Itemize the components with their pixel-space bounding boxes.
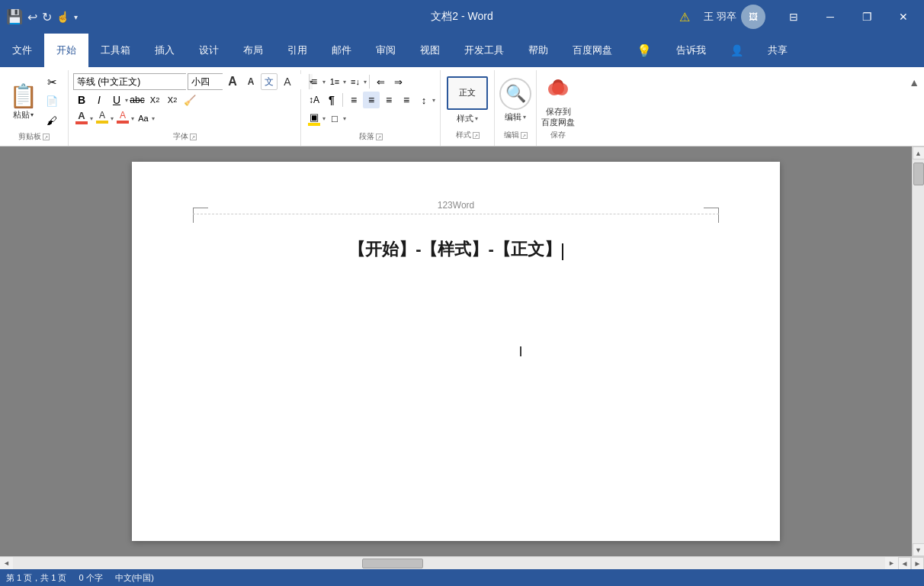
- case-button[interactable]: Aa: [135, 110, 152, 127]
- show-marks-button[interactable]: ¶: [323, 92, 340, 108]
- format-painter-button[interactable]: 🖌: [42, 112, 62, 129]
- menu-design[interactable]: 设计: [187, 34, 231, 67]
- user-avatar[interactable]: 🖼: [741, 5, 765, 29]
- wen-button[interactable]: 文: [261, 73, 278, 90]
- underline-arrow[interactable]: ▾: [125, 97, 128, 104]
- font-color-arrow[interactable]: ▾: [90, 115, 93, 122]
- increase-indent-button[interactable]: ⇒: [390, 73, 406, 90]
- font-expand-icon[interactable]: ↗: [190, 134, 197, 140]
- scroll-right-button[interactable]: ►: [885, 557, 898, 570]
- save-baidu-button[interactable]: 保存到 百度网盘: [541, 72, 575, 128]
- collapse-icon[interactable]: ▲: [904, 73, 924, 92]
- customize-arrow-icon[interactable]: ▾: [74, 13, 78, 21]
- menu-home[interactable]: 开始: [44, 34, 88, 67]
- shading-button[interactable]: ▣: [306, 111, 322, 126]
- editing-expand-icon[interactable]: ↗: [521, 132, 528, 139]
- menu-developer[interactable]: 开发工具: [452, 34, 516, 67]
- font-size-combo[interactable]: ▾: [188, 73, 223, 90]
- scroll-track[interactable]: [913, 159, 925, 543]
- font-name-combo[interactable]: ▾: [73, 73, 186, 90]
- document-page[interactable]: 123Word 【开始】-【样式】-【正文】 I: [132, 162, 780, 541]
- document-scroll-area[interactable]: 123Word 【开始】-【样式】-【正文】 I: [0, 146, 912, 556]
- scroll-thumb[interactable]: [913, 163, 924, 185]
- menu-file[interactable]: 文件: [0, 34, 44, 67]
- menu-tools[interactable]: 工具箱: [88, 34, 143, 67]
- menu-mailing[interactable]: 邮件: [319, 34, 364, 67]
- user-area[interactable]: 王 羽卒 🖼: [695, 5, 775, 29]
- editing-arrow[interactable]: ▾: [523, 114, 526, 121]
- numbering-button[interactable]: 1≡: [326, 73, 343, 90]
- font-shrink-button[interactable]: A: [242, 73, 259, 90]
- menu-review[interactable]: 审阅: [364, 34, 408, 67]
- styles-expand-icon[interactable]: ↗: [473, 132, 480, 139]
- highlight-button[interactable]: A: [94, 110, 111, 127]
- font-name-input[interactable]: [74, 74, 194, 89]
- sort-button[interactable]: ↕A: [306, 92, 322, 108]
- paragraph-expand-icon[interactable]: ↗: [376, 134, 383, 140]
- h-scroll-thumb[interactable]: [362, 559, 423, 568]
- scroll-up-button[interactable]: ▲: [913, 146, 925, 159]
- justify-button[interactable]: ≡: [398, 92, 415, 108]
- styles-arrow[interactable]: ▾: [475, 115, 478, 122]
- menu-layout[interactable]: 布局: [231, 34, 275, 67]
- underline-button[interactable]: U: [108, 92, 125, 108]
- touch-icon[interactable]: ☝: [56, 11, 69, 23]
- clipboard-expand-icon[interactable]: ↗: [43, 134, 50, 140]
- paste-button[interactable]: 📋 粘贴▾: [6, 73, 40, 130]
- menu-view[interactable]: 视图: [408, 34, 452, 67]
- underline-combo[interactable]: U ▾: [108, 92, 128, 108]
- scroll-left-button[interactable]: ◄: [0, 557, 13, 570]
- save-quick-icon[interactable]: 💾: [6, 8, 23, 25]
- menu-share[interactable]: 共享: [756, 34, 800, 67]
- menu-lightbulb[interactable]: 💡: [624, 34, 664, 67]
- case-arrow[interactable]: ▾: [152, 115, 155, 122]
- numbering-arrow[interactable]: ▾: [343, 79, 346, 85]
- close-button[interactable]: ✕: [886, 0, 921, 34]
- styles-preview[interactable]: 正文: [447, 76, 488, 110]
- line-spacing-arrow[interactable]: ▾: [432, 97, 435, 104]
- menu-tell-me[interactable]: 告诉我: [664, 34, 718, 67]
- highlight-arrow[interactable]: ▾: [111, 115, 114, 122]
- status-right-btn[interactable]: ►: [911, 557, 924, 570]
- eraser-button[interactable]: 🧹: [181, 92, 198, 108]
- clear-format-button[interactable]: A: [279, 73, 296, 90]
- menu-help[interactable]: 帮助: [516, 34, 560, 67]
- menu-baidu-pan[interactable]: 百度网盘: [560, 34, 624, 67]
- h-scroll-track[interactable]: [13, 557, 885, 569]
- align-right-button[interactable]: ≡: [380, 92, 397, 108]
- bold-button[interactable]: B: [73, 92, 90, 108]
- redo-icon[interactable]: ↻: [42, 10, 52, 24]
- search-circle-button[interactable]: 🔍: [499, 78, 531, 110]
- menu-share-icon[interactable]: 👤: [718, 34, 756, 67]
- multi-level-button[interactable]: ≡↓: [347, 73, 364, 90]
- borders-button[interactable]: □: [326, 110, 343, 127]
- copy-button[interactable]: 📄: [42, 93, 62, 110]
- restore-button[interactable]: ❐: [849, 0, 884, 34]
- group-icon-btn[interactable]: ⊟: [776, 0, 811, 34]
- multi-level-arrow[interactable]: ▾: [364, 79, 367, 85]
- font-color-button[interactable]: A: [73, 110, 90, 127]
- cut-button[interactable]: ✂: [42, 74, 62, 91]
- subscript-button[interactable]: X2: [146, 92, 163, 108]
- decrease-indent-button[interactable]: ⇐: [372, 73, 389, 90]
- align-left-button[interactable]: ≡: [345, 92, 362, 108]
- bullets-button[interactable]: ≡: [306, 73, 322, 90]
- shading-arrow[interactable]: ▾: [322, 115, 326, 122]
- scroll-down-button[interactable]: ▼: [913, 543, 925, 556]
- menu-references[interactable]: 引用: [275, 34, 319, 67]
- page-content-area[interactable]: 【开始】-【样式】-【正文】: [193, 238, 719, 261]
- menu-insert[interactable]: 插入: [143, 34, 187, 67]
- status-left-btn[interactable]: ◄: [898, 557, 911, 570]
- shading-font-arrow[interactable]: ▾: [131, 115, 134, 122]
- strikethrough-button[interactable]: abc: [129, 92, 146, 108]
- font-grow-button[interactable]: A: [224, 73, 241, 90]
- undo-icon[interactable]: ↩: [27, 10, 37, 24]
- line-spacing-button[interactable]: ↕: [415, 92, 432, 108]
- italic-button[interactable]: I: [91, 92, 107, 108]
- borders-arrow[interactable]: ▾: [343, 115, 346, 122]
- superscript-button[interactable]: X2: [164, 92, 181, 108]
- minimize-button[interactable]: ─: [813, 0, 848, 34]
- align-center-button[interactable]: ≡: [363, 92, 380, 108]
- bullets-arrow[interactable]: ▾: [322, 79, 326, 85]
- shading-font-button[interactable]: A: [114, 110, 131, 127]
